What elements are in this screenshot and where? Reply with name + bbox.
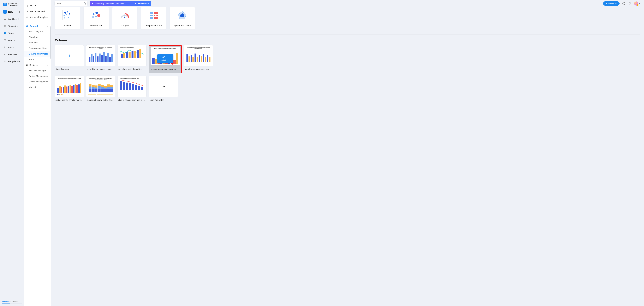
subitem-business-management[interactable]: Business Management	[24, 68, 51, 73]
topbar: ✦AI drawing helps open your mind Create …	[51, 0, 644, 7]
use-now-button[interactable]: Use Now	[157, 54, 173, 63]
svg-point-8	[69, 13, 70, 15]
subitem-marketing[interactable]: Marketing	[24, 84, 51, 90]
ellipsis-icon: •••	[162, 85, 165, 88]
plus-icon: ＋	[3, 10, 7, 14]
svg-rect-27	[154, 17, 158, 19]
svg-rect-40	[137, 50, 139, 58]
nav2-recent[interactable]: ◷ Recent	[24, 3, 51, 9]
svg-rect-37	[128, 52, 130, 58]
subitem-flowchart[interactable]: Flowchart	[24, 34, 51, 40]
cursor-icon	[170, 62, 174, 66]
category-general[interactable]: 🏷General ⌄	[24, 23, 51, 29]
svg-rect-39	[134, 51, 136, 58]
svg-rect-41	[139, 49, 141, 58]
template-cola[interactable]: Percentage of people who listed each bra…	[184, 45, 213, 73]
template-label: mapping-britian's-public-fin...	[86, 97, 115, 102]
svg-rect-34	[121, 54, 123, 58]
template-mancity[interactable]: Manchester City Brand/team value	[118, 45, 146, 73]
svg-rect-48	[138, 86, 140, 90]
heart-icon: ♥	[3, 53, 6, 56]
template-snacks[interactable]: Global Healthy Snacks Market vs US Marke…	[55, 76, 84, 102]
template-label: Blank Drawing	[55, 66, 84, 71]
card-label: Scatter	[64, 24, 71, 27]
svg-rect-42	[120, 81, 122, 90]
category-card-spider[interactable]: Spider and Radar	[170, 7, 195, 30]
thumb: Barista Preferences: Whole Milk vs Alter…	[149, 46, 181, 67]
thumb: Plug-in Electric cars in use ... Decembe…	[118, 76, 146, 97]
svg-rect-22	[150, 12, 154, 14]
svg-rect-36	[126, 52, 128, 58]
category-card-gauges[interactable]: Gauges	[112, 7, 138, 30]
gauge-icon	[114, 9, 136, 23]
svg-rect-46	[132, 84, 134, 90]
svg-point-16	[96, 12, 98, 14]
sidebar-item-import[interactable]: ⬇ Import	[0, 44, 24, 51]
bubble-icon	[85, 9, 107, 23]
sidebar-item-workbench[interactable]: ☁ Workbench	[0, 16, 24, 23]
presentation-icon: ▣	[26, 64, 28, 66]
add-icon[interactable]: ＋	[18, 10, 21, 14]
sidebar-item-recycle[interactable]: 🗑 Recycle Bin	[0, 58, 24, 65]
storage-meter: 800.45M / 2048.00M	[2, 300, 22, 304]
search-box	[54, 1, 88, 6]
new-button[interactable]: ＋ New	[3, 10, 13, 14]
download-button[interactable]: ⬇ Download	[603, 1, 620, 6]
template-blank[interactable]: ＋ Blank Drawing	[55, 45, 84, 73]
subitem-organizational-chart[interactable]: Organizational Chart	[24, 46, 51, 51]
help-icon[interactable]: ?	[622, 2, 626, 6]
search-icon[interactable]	[83, 2, 86, 5]
template-label: global-healthy-snacks-mark...	[55, 97, 84, 102]
nav2-personal-template[interactable]: ▤ Personal Template	[24, 14, 51, 20]
svg-rect-35	[123, 53, 125, 58]
category-card-comparison[interactable]: Comparison Chart	[141, 7, 166, 30]
category-card-bubble[interactable]: Bubble Chart	[84, 7, 109, 30]
ai-banner[interactable]: ✦AI drawing helps open your mind Create …	[90, 1, 151, 6]
sidebar-item-favorites[interactable]: ♥ Favorites	[0, 51, 24, 58]
sidebar-item-templates[interactable]: ▦ Templates	[0, 23, 24, 30]
svg-point-18	[92, 16, 94, 18]
subitem-mind-map[interactable]: Mind Map	[24, 40, 51, 46]
card-label: Bubble Chart	[90, 24, 102, 27]
logo-icon	[3, 3, 7, 6]
svg-rect-24	[150, 15, 154, 16]
subitem-form[interactable]: Form	[24, 57, 51, 62]
account-menu[interactable]: ▼	[634, 2, 640, 6]
template-ev[interactable]: Plug-in Electric cars in use ... Decembe…	[118, 76, 146, 102]
doc-icon: ▤	[26, 16, 29, 19]
svg-line-1	[85, 4, 86, 5]
primary-sidebar: Wondershare EdrawMax ＋ New ＋ ☁ Workbench…	[0, 0, 24, 306]
templates-row-2: Global Healthy Snacks Market vs US Marke…	[55, 76, 640, 102]
logo-text: Wondershare EdrawMax	[8, 3, 18, 6]
search-input[interactable]	[54, 1, 88, 6]
category-card-scatter[interactable]: Scatter	[55, 7, 80, 30]
category-business[interactable]: ▣Business ⌄	[24, 62, 51, 68]
tag-icon: 🏷	[26, 25, 28, 27]
main: ✦AI drawing helps open your mind Create …	[51, 0, 644, 306]
svg-rect-44	[126, 83, 128, 90]
scatter-icon	[56, 9, 78, 23]
template-more[interactable]: ••• More Templates	[149, 76, 178, 102]
sidebar-item-dropbox[interactable]: ⬒ Dropbox	[0, 37, 24, 44]
section-title: Column	[55, 38, 640, 42]
template-barista-highlighted[interactable]: Barista Preferences: Whole Milk vs Alter…	[149, 45, 182, 73]
category-cards-row: Scatter Bubble Char	[55, 7, 640, 30]
svg-rect-38	[132, 51, 134, 58]
svg-rect-26	[150, 17, 154, 19]
subitem-quality-management[interactable]: Quality Management	[24, 79, 51, 84]
subitem-graphs-and-charts[interactable]: Graphs and Charts	[24, 51, 51, 57]
svg-rect-31	[156, 15, 156, 16]
bell-icon[interactable]	[628, 2, 632, 6]
template-britain[interactable]: Mapping Britain's public finances — how …	[86, 76, 115, 102]
subitem-project-management[interactable]: Project Management	[24, 73, 51, 79]
sidebar-item-team[interactable]: 👥 Team	[0, 30, 24, 37]
subitem-basic-diagram[interactable]: Basic Diagram	[24, 29, 51, 34]
card-label: Comparison Chart	[144, 24, 162, 27]
download-icon: ⬇	[606, 2, 607, 5]
storage-bar	[2, 303, 22, 304]
scrollbar[interactable]	[50, 26, 51, 59]
svg-rect-30	[156, 15, 156, 16]
nav2-recommended[interactable]: ★ Recommended	[24, 9, 51, 14]
template-uber[interactable]: Uber Drivers: EVs are cheaper to run tha…	[86, 45, 115, 73]
card-label: Spider and Radar	[174, 24, 191, 27]
